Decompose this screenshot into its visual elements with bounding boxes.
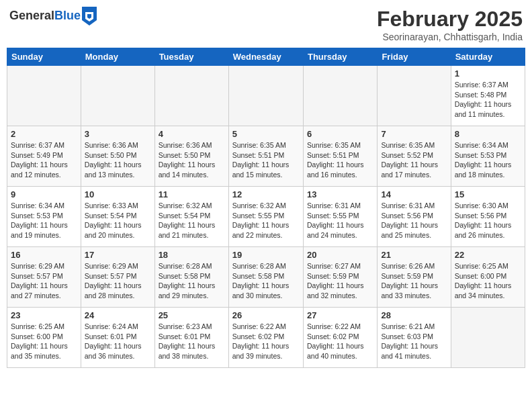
- week-row-4: 16Sunrise: 6:29 AMSunset: 5:57 PMDayligh…: [7, 247, 525, 308]
- day-info: Sunrise: 6:27 AMSunset: 5:59 PMDaylight:…: [307, 261, 373, 301]
- day-cell: 23Sunrise: 6:25 AMSunset: 6:00 PMDayligh…: [7, 308, 81, 368]
- day-header-sunday: Sunday: [7, 48, 81, 66]
- day-number: 9: [11, 189, 77, 199]
- day-info: Sunrise: 6:28 AMSunset: 5:58 PMDaylight:…: [232, 261, 300, 301]
- day-number: 4: [159, 129, 225, 139]
- day-header-thursday: Thursday: [303, 48, 377, 66]
- day-cell: 13Sunrise: 6:31 AMSunset: 5:55 PMDayligh…: [303, 187, 377, 247]
- day-cell: 11Sunrise: 6:32 AMSunset: 5:54 PMDayligh…: [154, 187, 228, 247]
- day-cell: 5Sunrise: 6:35 AMSunset: 5:51 PMDaylight…: [228, 126, 303, 187]
- day-cell: 9Sunrise: 6:34 AMSunset: 5:53 PMDaylight…: [7, 187, 81, 247]
- day-cell: 27Sunrise: 6:22 AMSunset: 6:02 PMDayligh…: [303, 308, 377, 368]
- day-cell: 18Sunrise: 6:28 AMSunset: 5:58 PMDayligh…: [154, 247, 228, 308]
- day-info: Sunrise: 6:32 AMSunset: 5:54 PMDaylight:…: [159, 201, 225, 240]
- day-number: 16: [11, 250, 77, 260]
- logo-general: General: [9, 9, 54, 22]
- day-number: 11: [159, 189, 225, 199]
- day-cell: [81, 66, 154, 126]
- day-number: 21: [381, 250, 447, 260]
- day-cell: 17Sunrise: 6:29 AMSunset: 5:57 PMDayligh…: [81, 247, 154, 308]
- day-number: 19: [232, 250, 300, 260]
- day-info: Sunrise: 6:33 AMSunset: 5:54 PMDaylight:…: [85, 201, 151, 240]
- day-cell: 28Sunrise: 6:21 AMSunset: 6:03 PMDayligh…: [378, 308, 451, 368]
- day-cell: 25Sunrise: 6:23 AMSunset: 6:01 PMDayligh…: [154, 308, 228, 368]
- day-cell: [451, 308, 525, 368]
- day-info: Sunrise: 6:30 AMSunset: 5:56 PMDaylight:…: [455, 201, 521, 240]
- day-info: Sunrise: 6:22 AMSunset: 6:02 PMDaylight:…: [232, 322, 300, 361]
- week-row-5: 23Sunrise: 6:25 AMSunset: 6:00 PMDayligh…: [7, 308, 525, 368]
- day-number: 28: [381, 310, 447, 320]
- calendar-header-row: SundayMondayTuesdayWednesdayThursdayFrid…: [7, 48, 525, 66]
- day-info: Sunrise: 6:37 AMSunset: 5:49 PMDaylight:…: [11, 140, 77, 180]
- logo: GeneralBlue: [9, 7, 97, 26]
- day-cell: 24Sunrise: 6:24 AMSunset: 6:01 PMDayligh…: [81, 308, 154, 368]
- page-header: GeneralBlue February 2025 Seorinarayan, …: [7, 7, 525, 42]
- day-cell: 2Sunrise: 6:37 AMSunset: 5:49 PMDaylight…: [7, 126, 81, 187]
- day-info: Sunrise: 6:24 AMSunset: 6:01 PMDaylight:…: [85, 322, 151, 361]
- day-info: Sunrise: 6:34 AMSunset: 5:53 PMDaylight:…: [455, 140, 521, 180]
- day-info: Sunrise: 6:25 AMSunset: 6:00 PMDaylight:…: [11, 322, 77, 361]
- day-cell: 19Sunrise: 6:28 AMSunset: 5:58 PMDayligh…: [228, 247, 303, 308]
- day-info: Sunrise: 6:26 AMSunset: 5:59 PMDaylight:…: [381, 261, 447, 301]
- day-cell: 21Sunrise: 6:26 AMSunset: 5:59 PMDayligh…: [378, 247, 451, 308]
- day-info: Sunrise: 6:21 AMSunset: 6:03 PMDaylight:…: [381, 322, 447, 361]
- day-cell: 8Sunrise: 6:34 AMSunset: 5:53 PMDaylight…: [451, 126, 525, 187]
- day-cell: 26Sunrise: 6:22 AMSunset: 6:02 PMDayligh…: [228, 308, 303, 368]
- day-number: 20: [307, 250, 373, 260]
- day-info: Sunrise: 6:36 AMSunset: 5:50 PMDaylight:…: [85, 140, 151, 180]
- day-number: 1: [455, 68, 521, 79]
- day-number: 26: [232, 310, 300, 320]
- day-cell: 20Sunrise: 6:27 AMSunset: 5:59 PMDayligh…: [303, 247, 377, 308]
- day-number: 13: [307, 189, 373, 199]
- week-row-2: 2Sunrise: 6:37 AMSunset: 5:49 PMDaylight…: [7, 126, 525, 187]
- calendar-table: SundayMondayTuesdayWednesdayThursdayFrid…: [7, 48, 525, 368]
- day-header-monday: Monday: [81, 48, 154, 66]
- day-number: 2: [11, 129, 77, 139]
- day-cell: 16Sunrise: 6:29 AMSunset: 5:57 PMDayligh…: [7, 247, 81, 308]
- day-number: 25: [159, 310, 225, 320]
- day-number: 7: [381, 129, 447, 139]
- week-row-3: 9Sunrise: 6:34 AMSunset: 5:53 PMDaylight…: [7, 187, 525, 247]
- week-row-1: 1Sunrise: 6:37 AMSunset: 5:48 PMDaylight…: [7, 66, 525, 126]
- day-cell: 6Sunrise: 6:35 AMSunset: 5:51 PMDaylight…: [303, 126, 377, 187]
- day-info: Sunrise: 6:22 AMSunset: 6:02 PMDaylight:…: [307, 322, 373, 361]
- day-cell: 4Sunrise: 6:36 AMSunset: 5:50 PMDaylight…: [154, 126, 228, 187]
- day-cell: [7, 66, 81, 126]
- day-header-friday: Friday: [378, 48, 451, 66]
- day-cell: 22Sunrise: 6:25 AMSunset: 6:00 PMDayligh…: [451, 247, 525, 308]
- logo-blue: Blue: [54, 9, 81, 22]
- day-info: Sunrise: 6:32 AMSunset: 5:55 PMDaylight:…: [232, 201, 300, 240]
- day-info: Sunrise: 6:29 AMSunset: 5:57 PMDaylight:…: [11, 261, 77, 301]
- day-info: Sunrise: 6:29 AMSunset: 5:57 PMDaylight:…: [85, 261, 151, 301]
- day-cell: 12Sunrise: 6:32 AMSunset: 5:55 PMDayligh…: [228, 187, 303, 247]
- day-number: 5: [232, 129, 300, 139]
- day-number: 6: [307, 129, 373, 139]
- logo-icon: [82, 7, 97, 26]
- day-number: 24: [85, 310, 151, 320]
- day-number: 23: [11, 310, 77, 320]
- day-info: Sunrise: 6:31 AMSunset: 5:55 PMDaylight:…: [307, 201, 373, 240]
- day-info: Sunrise: 6:28 AMSunset: 5:58 PMDaylight:…: [159, 261, 225, 301]
- day-cell: 10Sunrise: 6:33 AMSunset: 5:54 PMDayligh…: [81, 187, 154, 247]
- day-number: 15: [455, 189, 521, 199]
- day-header-tuesday: Tuesday: [154, 48, 228, 66]
- day-info: Sunrise: 6:25 AMSunset: 6:00 PMDaylight:…: [455, 261, 521, 301]
- day-info: Sunrise: 6:37 AMSunset: 5:48 PMDaylight:…: [455, 80, 521, 120]
- day-info: Sunrise: 6:34 AMSunset: 5:53 PMDaylight:…: [11, 201, 77, 240]
- day-info: Sunrise: 6:35 AMSunset: 5:52 PMDaylight:…: [381, 140, 447, 180]
- day-cell: 1Sunrise: 6:37 AMSunset: 5:48 PMDaylight…: [451, 66, 525, 126]
- location: Seorinarayan, Chhattisgarh, India: [377, 32, 523, 42]
- day-info: Sunrise: 6:23 AMSunset: 6:01 PMDaylight:…: [159, 322, 225, 361]
- day-info: Sunrise: 6:35 AMSunset: 5:51 PMDaylight:…: [307, 140, 373, 180]
- day-cell: 15Sunrise: 6:30 AMSunset: 5:56 PMDayligh…: [451, 187, 525, 247]
- day-header-wednesday: Wednesday: [228, 48, 303, 66]
- day-number: 3: [85, 129, 151, 139]
- day-number: 14: [381, 189, 447, 199]
- day-cell: 3Sunrise: 6:36 AMSunset: 5:50 PMDaylight…: [81, 126, 154, 187]
- day-number: 12: [232, 189, 300, 199]
- day-header-saturday: Saturday: [451, 48, 525, 66]
- day-number: 8: [455, 129, 521, 139]
- day-number: 27: [307, 310, 373, 320]
- day-cell: [228, 66, 303, 126]
- day-number: 22: [455, 250, 521, 260]
